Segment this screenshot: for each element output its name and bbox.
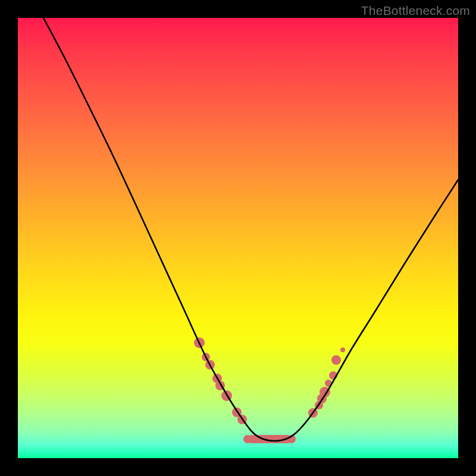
gradient-plot-area <box>18 18 458 458</box>
marker-band-cap <box>243 435 252 443</box>
bottleneck-curve <box>43 18 458 441</box>
watermark-text: TheBottleneck.com <box>361 4 470 18</box>
curve-svg <box>18 18 458 458</box>
marker-dot <box>331 355 341 365</box>
marker-dot <box>340 347 345 352</box>
